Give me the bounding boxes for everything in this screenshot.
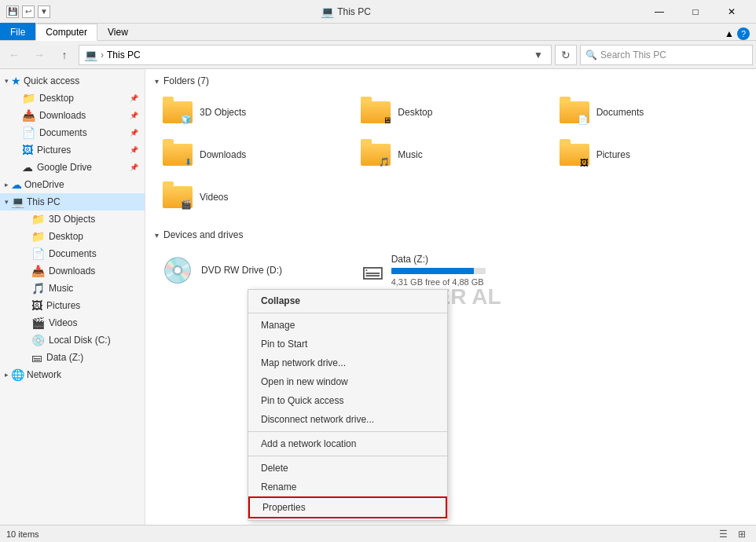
network-icon: 🌐	[11, 368, 24, 381]
dvd-info: DVD RW Drive (D:)	[201, 265, 341, 276]
ctx-pin-to-start[interactable]: Pin to Start	[248, 335, 447, 353]
ctx-map-network[interactable]: Map network drive...	[248, 353, 447, 372]
quick-access-toolbar-more[interactable]: ▼	[38, 5, 50, 18]
tab-file[interactable]: File	[0, 23, 35, 40]
maximize-button[interactable]: □	[677, 0, 714, 24]
dvd-drive-icon: 💿	[162, 255, 193, 285]
folder-videos[interactable]: 🎬 Videos	[155, 178, 350, 217]
search-bar[interactable]: 🔍 Search This PC	[580, 45, 753, 65]
quick-access-toolbar-save[interactable]: 💾	[6, 5, 19, 18]
sidebar-pictures-label: Pictures	[37, 145, 71, 156]
up-button[interactable]: ↑	[53, 44, 75, 66]
sidebar-item-googledrive[interactable]: ☁ Google Drive 📌	[0, 159, 145, 176]
sidebar-documents-label: Documents	[39, 127, 87, 138]
folder-pc-down-icon: 📥	[31, 265, 45, 277]
address-text: This PC	[107, 49, 527, 60]
device-dataz[interactable]: 🖴 Data (Z:) 4,31 GB free of 4,88 GB	[354, 247, 548, 294]
ctx-rename[interactable]: Rename	[248, 478, 447, 496]
tab-view[interactable]: View	[97, 23, 138, 40]
view-grid-icon[interactable]: ⊞	[734, 526, 750, 542]
sidebar-item-pc-desktop[interactable]: 📁 Desktop	[0, 228, 145, 245]
folder-desktop[interactable]: 🖥 Desktop	[353, 93, 548, 132]
forward-button[interactable]: →	[28, 44, 50, 66]
dvd-name: DVD RW Drive (D:)	[201, 265, 341, 276]
sidebar-3dobjects-label: 3D Objects	[49, 214, 95, 225]
pic-overlay-icon: 🖼	[580, 158, 589, 167]
ctx-pin-quick-access[interactable]: Pin to Quick access	[248, 391, 447, 410]
sidebar-item-localc[interactable]: 💿 Local Disk (C:)	[0, 331, 145, 349]
sidebar-item-3dobjects[interactable]: 📁 3D Objects	[0, 211, 145, 228]
close-button[interactable]: ✕	[714, 0, 750, 24]
folder-doc-icon: 📄	[22, 126, 35, 139]
view-list-icon[interactable]: ☰	[715, 526, 731, 542]
sidebar-quick-access-header[interactable]: ▾ ★ Quick access	[0, 72, 145, 90]
quick-access-toolbar-undo[interactable]: ↩	[22, 5, 35, 18]
data-drive-icon: 🖴	[361, 258, 384, 284]
folder-pc-pic-icon: 🖼	[31, 299, 42, 312]
address-bar[interactable]: 💻 › This PC ▼	[79, 45, 552, 65]
folder-pc-doc-icon: 📄	[31, 247, 45, 260]
sidebar-item-pc-documents[interactable]: 📄 Documents	[0, 245, 145, 262]
folder-downloads[interactable]: ⬇ Downloads	[155, 135, 350, 174]
sidebar-item-desktop[interactable]: 📁 Desktop 📌	[0, 90, 145, 107]
sidebar-network-header[interactable]: ▸ 🌐 Network	[0, 366, 145, 383]
sidebar-item-pictures[interactable]: 🖼 Pictures 📌	[0, 141, 145, 159]
ctx-properties[interactable]: Properties	[248, 496, 447, 518]
ctx-open-new-window[interactable]: Open in new window	[248, 372, 447, 391]
sidebar-onedrive-header[interactable]: ▸ ☁ OneDrive	[0, 176, 145, 193]
address-dropdown-button[interactable]: ▼	[530, 45, 546, 65]
folder-documents-icon: 📄	[559, 98, 590, 126]
window-title: 💻 This PC	[50, 5, 641, 18]
sidebar-item-pc-downloads[interactable]: 📥 Downloads	[0, 262, 145, 280]
devices-section-header[interactable]: ▾ Devices and drives	[155, 229, 747, 240]
search-icon: 🔍	[585, 49, 597, 60]
folder-pictures[interactable]: 🖼 Pictures	[552, 135, 747, 174]
ctx-disconnect[interactable]: Disconnect network drive...	[248, 410, 447, 429]
sidebar-thispc-header[interactable]: ▾ 💻 This PC	[0, 193, 145, 211]
ribbon-tabs: File Computer View ▲ ?	[0, 24, 756, 41]
folder-music-icon: 🎵	[360, 141, 391, 169]
device-dvd[interactable]: 💿 DVD RW Drive (D:)	[155, 247, 348, 294]
drive-z-icon: 🖴	[31, 351, 42, 364]
folder-3dobjects-icon: 🧊	[162, 98, 193, 126]
folder-3d-icon: 📁	[31, 213, 45, 225]
address-sep: ›	[101, 49, 104, 60]
folder-music[interactable]: 🎵 Music	[353, 135, 548, 174]
dataz-name: Data (Z:)	[391, 254, 541, 265]
folder-video-icon: 🎬	[31, 317, 45, 329]
network-label: Network	[27, 369, 61, 380]
quick-access-label: Quick access	[24, 75, 79, 86]
drive-c-icon: 💿	[31, 334, 45, 346]
pin-icon5: 📌	[130, 163, 138, 171]
dataz-info: Data (Z:) 4,31 GB free of 4,88 GB	[391, 254, 541, 287]
onedrive-icon: ☁	[11, 178, 22, 191]
folder-pictures-label: Pictures	[596, 149, 630, 160]
folders-section-header[interactable]: ▾ Folders (7)	[155, 75, 747, 86]
sidebar-item-documents[interactable]: 📄 Documents 📌	[0, 124, 145, 141]
computer-icon: 💻	[11, 196, 24, 208]
tab-computer[interactable]: Computer	[35, 24, 97, 41]
ribbon-collapse[interactable]: ▲ ?	[718, 27, 756, 40]
folder-documents-label: Documents	[596, 107, 644, 118]
sidebar-item-downloads[interactable]: 📥 Downloads 📌	[0, 107, 145, 124]
help-icon: ?	[737, 27, 750, 40]
pin-icon2: 📌	[130, 112, 138, 119]
sidebar-item-music[interactable]: 🎵 Music	[0, 280, 145, 297]
sidebar-item-videos[interactable]: 🎬 Videos	[0, 314, 145, 331]
search-placeholder: Search This PC	[600, 49, 666, 60]
refresh-button[interactable]: ↻	[555, 45, 577, 65]
ctx-add-network[interactable]: Add a network location	[248, 434, 447, 453]
folder-3dobjects[interactable]: 🧊 3D Objects	[155, 93, 350, 132]
window-controls: — □ ✕	[641, 0, 750, 24]
back-button[interactable]: ←	[3, 44, 25, 66]
folder-documents[interactable]: 📄 Documents	[552, 93, 747, 132]
dataz-bar	[391, 268, 486, 274]
ctx-manage[interactable]: Manage	[248, 316, 447, 335]
ctx-divider2	[248, 431, 447, 432]
ctx-collapse[interactable]: Collapse	[248, 291, 447, 310]
ctx-delete[interactable]: Delete	[248, 459, 447, 478]
sidebar-item-dataz[interactable]: 🖴 Data (Z:)	[0, 349, 145, 366]
sidebar-dataz-label: Data (Z:)	[46, 352, 83, 363]
minimize-button[interactable]: —	[641, 0, 677, 24]
sidebar-item-pc-pictures[interactable]: 🖼 Pictures	[0, 297, 145, 314]
